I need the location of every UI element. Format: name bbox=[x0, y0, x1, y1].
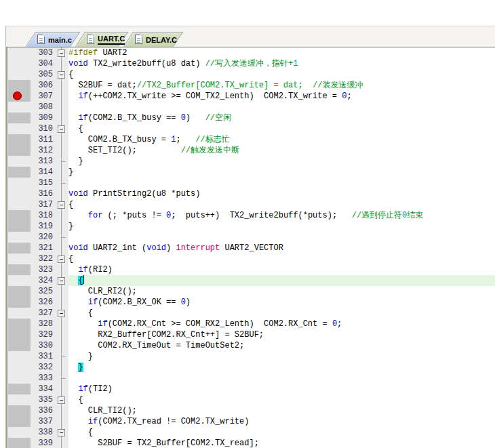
breakpoint-margin[interactable] bbox=[7, 416, 32, 427]
code-text[interactable]: { bbox=[68, 275, 495, 286]
breakpoint-margin[interactable] bbox=[7, 199, 32, 210]
code-text[interactable]: } bbox=[68, 351, 495, 362]
breakpoint-margin[interactable] bbox=[7, 394, 32, 405]
code-text[interactable]: S2BUF = dat;//TX2_Buffer[COM2.TX_write] … bbox=[68, 80, 495, 91]
breakpoint-margin[interactable] bbox=[7, 384, 32, 394]
breakpoint-margin[interactable] bbox=[7, 156, 32, 167]
fold-guide-line bbox=[61, 243, 62, 253]
breakpoint-margin[interactable] bbox=[7, 232, 32, 243]
breakpoint-icon[interactable] bbox=[13, 91, 22, 100]
code-text[interactable]: SET_TI2(); //触发发送中断 bbox=[68, 145, 495, 156]
code-text[interactable]: if(COM2.RX_Cnt >= COM_RX2_Lenth) COM2.RX… bbox=[68, 319, 495, 329]
tab-main-c[interactable]: main.c bbox=[31, 32, 75, 47]
fold-column bbox=[55, 264, 68, 275]
fold-collapse-icon[interactable] bbox=[58, 396, 65, 404]
code-text[interactable]: RX2_Buffer[COM2.RX_Cnt++] = S2BUF; bbox=[68, 329, 495, 340]
breakpoint-margin[interactable] bbox=[7, 91, 32, 102]
fold-collapse-icon[interactable] bbox=[58, 256, 65, 263]
code-text[interactable]: S2BUF = TX2_Buffer[COM2.TX_read]; bbox=[68, 438, 495, 448]
code-text[interactable]: COM2.RX_TimeOut = TimeOutSet2; bbox=[68, 340, 495, 351]
code-text[interactable]: if(COM2.B_RX_OK == 0) bbox=[68, 297, 495, 308]
code-text[interactable]: } bbox=[68, 156, 495, 167]
breakpoint-margin[interactable] bbox=[7, 308, 32, 319]
code-text[interactable]: { bbox=[68, 123, 495, 134]
breakpoint-margin[interactable] bbox=[7, 438, 32, 448]
breakpoint-margin[interactable] bbox=[7, 427, 32, 438]
fold-column bbox=[55, 102, 68, 113]
breakpoint-margin[interactable] bbox=[7, 69, 32, 80]
code-text[interactable]: void TX2_write2buff(u8 dat) //写入发送缓冲，指针+… bbox=[68, 58, 495, 69]
code-text[interactable]: CLR_RI2(); bbox=[68, 286, 495, 297]
breakpoint-margin[interactable] bbox=[7, 210, 32, 221]
breakpoint-margin[interactable] bbox=[7, 275, 32, 286]
execution-marker bbox=[8, 286, 31, 297]
fold-collapse-icon[interactable] bbox=[58, 429, 65, 436]
fold-collapse-icon[interactable] bbox=[58, 71, 65, 79]
code-text[interactable]: CLR_TI2(); bbox=[68, 405, 495, 416]
fold-collapse-icon[interactable] bbox=[58, 125, 65, 133]
code-text[interactable]: if(++COM2.TX_write >= COM_TX2_Lenth) COM… bbox=[68, 91, 495, 102]
fold-guide-line bbox=[61, 438, 62, 448]
breakpoint-margin[interactable] bbox=[7, 297, 32, 308]
fold-collapse-icon[interactable] bbox=[58, 310, 65, 317]
fold-column bbox=[55, 145, 68, 156]
code-text[interactable]: if(TI2) bbox=[68, 384, 495, 394]
breakpoint-margin[interactable] bbox=[7, 47, 32, 58]
breakpoint-margin[interactable] bbox=[7, 221, 32, 232]
breakpoint-margin[interactable] bbox=[7, 123, 32, 134]
breakpoint-margin[interactable] bbox=[7, 134, 32, 145]
code-text[interactable]: if(RI2) bbox=[68, 264, 495, 275]
breakpoint-margin[interactable] bbox=[7, 167, 32, 178]
code-text[interactable]: if(COM2.TX_read != COM2.TX_write) bbox=[68, 416, 495, 427]
fold-guide-line bbox=[61, 113, 62, 123]
tab-uart-c[interactable]: UART.C bbox=[80, 32, 123, 47]
code-text[interactable]: if(COM2.B_TX_busy == 0) //空闲 bbox=[68, 113, 495, 123]
code-text[interactable] bbox=[68, 373, 495, 384]
code-line: 326 if(COM2.B_RX_OK == 0) bbox=[7, 297, 495, 308]
breakpoint-margin[interactable] bbox=[7, 113, 32, 123]
code-text[interactable] bbox=[68, 102, 495, 113]
code-text[interactable]: { bbox=[68, 394, 495, 405]
breakpoint-margin[interactable] bbox=[7, 58, 32, 69]
breakpoint-margin[interactable] bbox=[7, 351, 32, 362]
code-text[interactable]: { bbox=[68, 427, 495, 438]
breakpoint-margin[interactable] bbox=[7, 362, 32, 373]
code-text[interactable]: { bbox=[68, 253, 495, 264]
breakpoint-margin[interactable] bbox=[7, 329, 32, 340]
breakpoint-margin[interactable] bbox=[7, 178, 32, 188]
document-icon bbox=[87, 35, 94, 44]
code-text[interactable]: { bbox=[68, 308, 495, 319]
breakpoint-margin[interactable] bbox=[7, 340, 32, 351]
fold-collapse-icon[interactable] bbox=[58, 49, 65, 57]
code-text[interactable] bbox=[68, 178, 495, 188]
breakpoint-margin[interactable] bbox=[7, 264, 32, 275]
fold-column bbox=[55, 394, 68, 405]
code-text[interactable]: COM2.B_TX_busy = 1; //标志忙 bbox=[68, 134, 495, 145]
breakpoint-margin[interactable] bbox=[7, 80, 32, 91]
breakpoint-margin[interactable] bbox=[7, 243, 32, 253]
breakpoint-margin[interactable] bbox=[7, 145, 32, 156]
code-text[interactable]: for (; *puts != 0; puts++) TX2_write2buf… bbox=[68, 210, 495, 221]
code-text[interactable]: { bbox=[68, 199, 495, 210]
code-text[interactable]: void UART2_int (void) interrupt UART2_VE… bbox=[68, 243, 495, 253]
breakpoint-margin[interactable] bbox=[7, 373, 32, 384]
breakpoint-margin[interactable] bbox=[7, 405, 32, 416]
code-text[interactable]: } bbox=[68, 362, 495, 373]
code-editor[interactable]: 303#ifdef UART2304void TX2_write2buff(u8… bbox=[6, 47, 495, 448]
breakpoint-margin[interactable] bbox=[7, 319, 32, 329]
code-text[interactable]: #ifdef UART2 bbox=[68, 47, 495, 58]
code-line: 327 { bbox=[7, 308, 495, 319]
tab-delay-c[interactable]: DELAY.C bbox=[128, 32, 178, 47]
line-number: 321 bbox=[32, 243, 55, 253]
code-text[interactable]: void PrintString2(u8 *puts) bbox=[68, 188, 495, 199]
breakpoint-margin[interactable] bbox=[7, 286, 32, 297]
breakpoint-margin[interactable] bbox=[7, 188, 32, 199]
code-text[interactable] bbox=[68, 232, 495, 243]
fold-collapse-icon[interactable] bbox=[58, 201, 65, 209]
code-text[interactable]: { bbox=[68, 69, 495, 80]
breakpoint-margin[interactable] bbox=[7, 102, 32, 113]
code-text[interactable]: } bbox=[68, 167, 495, 178]
fold-collapse-icon[interactable] bbox=[58, 277, 65, 285]
breakpoint-margin[interactable] bbox=[7, 253, 32, 264]
code-text[interactable]: } bbox=[68, 221, 495, 232]
